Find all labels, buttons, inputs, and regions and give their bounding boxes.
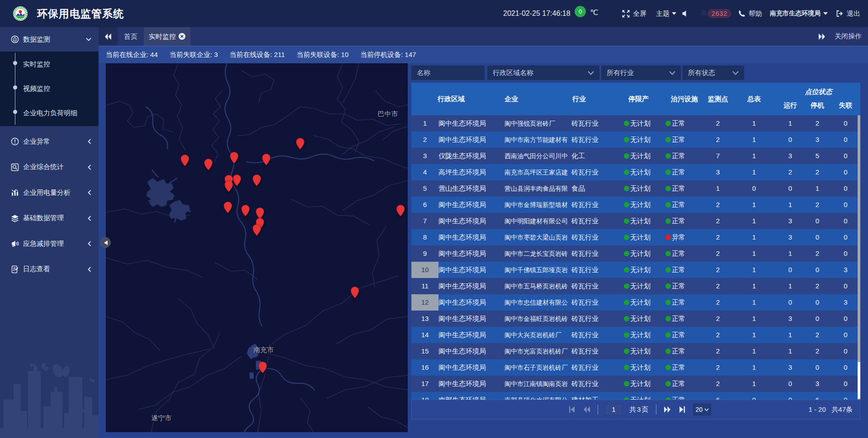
map-pin[interactable]	[259, 362, 267, 373]
limit-status-text: 无计划	[630, 380, 651, 387]
table-row-1[interactable]: 1阆中生态环境局阆中强锐页岩砖厂砖瓦行业无计划正常21120	[411, 115, 860, 132]
fullscreen-button[interactable]: 全屏	[622, 0, 646, 27]
limit-status-text: 无计划	[630, 217, 651, 225]
cell-run-count: 3	[777, 148, 804, 164]
table-row-12[interactable]: 12阆中生态环境局阆中市忠信建材有限公砖瓦行业无计划正常21003	[411, 294, 860, 311]
status-filter-select[interactable]: 所有状态	[683, 66, 744, 80]
cell-row-number: 12	[411, 294, 439, 311]
map-pin[interactable]	[351, 287, 359, 298]
stat-value: 147	[405, 51, 416, 58]
first-page-button[interactable]	[568, 405, 576, 414]
sidebar-subitem-2[interactable]: 视频监控	[0, 80, 99, 104]
help-label: 帮助	[749, 9, 762, 18]
logout-button[interactable]: 退出	[836, 0, 860, 27]
map-pin[interactable]	[224, 202, 232, 213]
cell-lost-count: 0	[831, 197, 860, 213]
map-pin[interactable]	[181, 155, 189, 166]
tab-realtime-monitor[interactable]: 实时监控	[144, 27, 190, 46]
region-filter-select[interactable]: 行政区域名称	[487, 66, 599, 80]
double-chevron-right-icon[interactable]	[818, 33, 826, 40]
cell-industry: 砖瓦行业	[571, 213, 624, 229]
org-menu[interactable]: 南充市生态环境局	[770, 0, 828, 27]
table-row-13[interactable]: 13阆中生态环境局阆中市金福旺页岩机砖砖瓦行业无计划正常21300	[411, 311, 860, 327]
cell-region: 阆中生态环境局	[439, 376, 505, 392]
tab-home[interactable]: 首页	[118, 27, 144, 46]
mute-button[interactable]	[682, 0, 689, 27]
table-row-16[interactable]: 16阆中生态环境局阆中市石子页岩机砖厂砖瓦行业无计划正常21300	[411, 359, 860, 376]
sidebar-item-6[interactable]: 日志查看	[0, 257, 99, 283]
table-row-3[interactable]: 3仪陇生态环境局西南油气田分公司川中化工无计划正常71350	[411, 148, 860, 164]
map-collapse-button[interactable]	[100, 237, 111, 248]
sidebar-group-data-monitor[interactable]: 数据监测	[0, 27, 99, 52]
table-row-4[interactable]: 4高坪生态环境局南充市高坪区王家店建砖瓦行业无计划正常31220	[411, 164, 860, 180]
table-row-5[interactable]: 5营山生态环境局营山县润丰肉食品有限食品无计划正常10010	[411, 180, 860, 197]
status-dot-icon	[665, 202, 671, 207]
map-pin[interactable]	[262, 154, 271, 165]
col-header-run[interactable]: 运行	[777, 100, 804, 111]
cell-region: 阆中生态环境局	[439, 213, 505, 229]
facility-status-text: 正常	[672, 347, 685, 355]
limit-status-text: 无计划	[630, 152, 651, 160]
pagination-range: 1 - 20 共47条	[808, 405, 853, 414]
map-pin[interactable]	[225, 180, 233, 192]
sidebar-item-2[interactable]: 企业综合统计	[0, 155, 99, 180]
col-header-industry[interactable]: 行业	[572, 83, 586, 115]
prev-page-button[interactable]	[583, 405, 591, 414]
table-scrollbar-thumb[interactable]	[858, 362, 860, 399]
stats-bar: 当前在线企业: 44当前失联企业: 3当前在线设备: 211当前失联设备: 10…	[99, 47, 868, 63]
table-row-15[interactable]: 15阆中生态环境局阆中市光富页岩机砖厂砖瓦行业无计划正常21120	[411, 343, 860, 359]
help-button[interactable]: 帮助	[738, 0, 762, 27]
sidebar-item-5[interactable]: 应急减排管理	[0, 231, 99, 257]
tab-scroll-left-button[interactable]	[99, 27, 118, 46]
table-row-10[interactable]: 10阆中生态环境局阆中千佛镇五郎垭页岩砖瓦行业无计划正常21003	[411, 262, 860, 278]
map-pin[interactable]	[204, 159, 213, 170]
map-panel[interactable]: 巴中市南充市遂宁市	[106, 63, 408, 432]
name-filter-input[interactable]: 名称	[411, 66, 485, 80]
col-header-monitor[interactable]: 监测点	[704, 83, 731, 115]
notifications-button[interactable]	[700, 0, 708, 27]
page-number-input[interactable]: 1	[605, 404, 623, 415]
cell-region: 阆中生态环境局	[439, 327, 505, 343]
col-header-lost[interactable]: 失联	[831, 100, 860, 111]
notification-count-badge[interactable]: 2632	[708, 9, 731, 18]
sidebar-item-3[interactable]: 企业用电量分析	[0, 180, 99, 206]
map-pin[interactable]	[253, 174, 261, 186]
table-row-18[interactable]: 18南部生态环境局南部县砚化水泥有限公建材加工无计划正常60060	[411, 392, 860, 400]
sidebar-item-4[interactable]: 基础数据管理	[0, 206, 99, 231]
close-operations-button[interactable]: 关闭操作	[835, 32, 862, 41]
last-page-button[interactable]	[678, 405, 686, 414]
col-header-halt[interactable]: 停机	[804, 100, 831, 111]
status-dot-icon	[665, 381, 671, 386]
theme-menu[interactable]: 主题	[656, 0, 676, 27]
table-row-6[interactable]: 6阆中生态环境局阆中市金博瑞新型墙材砖瓦行业无计划正常21120	[411, 197, 860, 213]
map-pin[interactable]	[241, 205, 250, 217]
stat-value: 211	[274, 51, 285, 58]
org-label: 南充市生态环境局	[770, 9, 821, 18]
table-row-17[interactable]: 17阆中生态环境局阆中市江南镇阆南页岩砖瓦行业无计划正常21030	[411, 376, 860, 392]
map-pin[interactable]	[233, 174, 241, 186]
cell-monitor-count: 2	[704, 245, 731, 262]
col-header-limit[interactable]: 停限产	[628, 83, 649, 115]
col-header-meter[interactable]: 总表	[731, 83, 777, 115]
map-pin[interactable]	[230, 152, 239, 164]
sidebar-subitem-3[interactable]: 企业电力负荷明细	[0, 104, 99, 128]
table-row-9[interactable]: 9阆中生态环境局阆中市二龙长宝页岩砖砖瓦行业无计划正常21120	[411, 245, 860, 262]
col-header-company[interactable]: 企业	[505, 83, 518, 115]
table-row-2[interactable]: 2阆中生态环境局阆中市南方节能建材有砖瓦行业无计划正常21030	[411, 132, 860, 148]
col-header-region[interactable]: 行政区域	[438, 83, 465, 115]
page-size-select[interactable]: 20	[693, 404, 711, 415]
col-header-facility[interactable]: 治污设施	[671, 83, 698, 115]
map-pin[interactable]	[253, 224, 261, 236]
table-row-8[interactable]: 8阆中生态环境局阆中市枣碧大梁山页岩砖瓦行业无计划异常21300	[411, 229, 860, 245]
tab-close-icon[interactable]	[179, 33, 185, 40]
industry-filter-select[interactable]: 所有行业	[601, 66, 681, 80]
table-row-7[interactable]: 7阆中生态环境局阆中明阳建材有限公司砖瓦行业无计划正常21300	[411, 213, 860, 229]
table-row-11[interactable]: 11阆中生态环境局阆中市五马桥页岩机砖砖瓦行业无计划正常21120	[411, 278, 860, 294]
sidebar-item-1[interactable]: 企业异常	[0, 129, 99, 155]
table-scrollbar[interactable]	[858, 115, 860, 400]
map-pin[interactable]	[396, 205, 405, 217]
sidebar-subitem-1[interactable]: 实时监控	[0, 55, 99, 80]
map-pin[interactable]	[296, 138, 305, 150]
next-page-button[interactable]	[663, 405, 671, 414]
table-row-14[interactable]: 14阆中生态环境局阆中大兴页岩机砖厂砖瓦行业无计划正常21120	[411, 327, 860, 343]
